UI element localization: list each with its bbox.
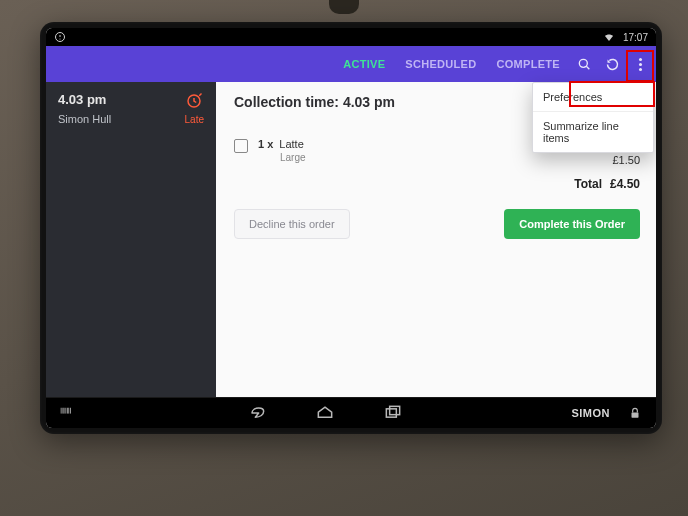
nav-back-icon[interactable] [246,402,268,424]
svg-point-2 [60,39,61,40]
menu-item-summarize[interactable]: Summarize line items [533,111,653,152]
order-detail-panel: Collection time: 4.03 pm Customer Prefer… [216,82,656,397]
order-customer-name: Simon Hull [58,113,111,125]
svg-rect-15 [386,409,396,417]
svg-rect-16 [389,406,399,414]
late-badge: Late [185,92,204,125]
nav-recents-icon[interactable] [382,402,404,424]
status-clock: 17:07 [623,32,648,43]
tab-scheduled[interactable]: SCHEDULED [397,54,484,74]
svg-line-4 [586,66,589,69]
info-icon [54,31,66,43]
item-checkbox[interactable] [234,139,248,153]
svg-line-6 [200,94,202,96]
overflow-menu-popup: Preferences Summarize line items [532,82,654,153]
item-quantity: 1 x [258,138,273,150]
search-icon[interactable] [572,52,596,76]
tab-complete[interactable]: COMPLETE [488,54,568,74]
app-bar: ACTIVE SCHEDULED COMPLETE [46,46,656,82]
svg-rect-17 [632,412,639,417]
order-list-sidebar: 4.03 pm Simon Hull Late [46,82,216,397]
item-modifier: Large [280,152,306,163]
android-status-bar: 17:07 [46,28,656,46]
overflow-menu-icon[interactable] [628,52,652,76]
order-time: 4.03 pm [58,92,111,107]
barcode-icon[interactable] [56,402,78,424]
android-nav-bar: SIMON [46,397,656,428]
complete-order-button[interactable]: Complete this Order [504,209,640,239]
item-name: Latte [279,138,303,150]
modifier-price: £1.50 [612,153,640,168]
total-value: £4.50 [610,177,640,191]
order-list-item[interactable]: 4.03 pm Simon Hull Late [58,92,204,125]
wifi-icon [603,31,615,43]
clock-late-icon [185,92,203,112]
decline-order-button[interactable]: Decline this order [234,209,350,239]
nav-user-label[interactable]: SIMON [571,407,610,419]
menu-item-preferences[interactable]: Preferences [533,83,653,111]
collection-time-heading: Collection time: 4.03 pm [234,94,395,110]
nav-home-icon[interactable] [314,402,336,424]
refresh-icon[interactable] [600,52,624,76]
total-label: Total [574,177,602,191]
tab-active[interactable]: ACTIVE [335,54,393,74]
svg-point-3 [579,59,587,67]
lock-icon[interactable] [624,402,646,424]
late-label: Late [185,114,204,125]
